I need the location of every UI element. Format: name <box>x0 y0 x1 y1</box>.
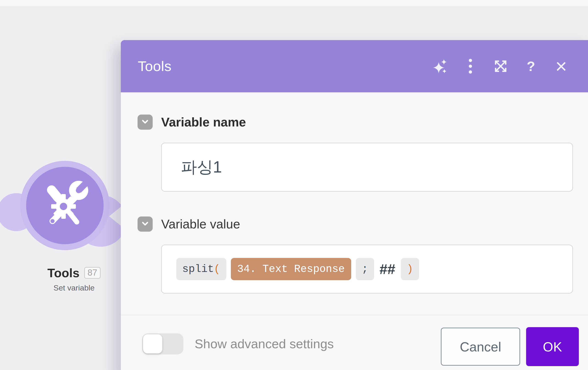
variable-name-collapse-button[interactable] <box>137 114 153 130</box>
function-split-pill[interactable]: split( <box>176 258 226 280</box>
show-advanced-settings-label: Show advanced settings <box>195 333 334 354</box>
dialog-header: Tools <box>121 40 588 92</box>
footer-divider <box>121 315 588 315</box>
tools-module-node[interactable] <box>26 167 104 244</box>
dialog-title: Tools <box>138 40 171 92</box>
variable-name-label: Variable name <box>161 114 246 130</box>
help-icon[interactable]: ? <box>523 55 539 78</box>
tools-wrench-screwdriver-icon <box>37 177 92 234</box>
ok-button[interactable]: OK <box>526 327 579 366</box>
dialog-header-icons: ? × <box>432 40 569 92</box>
variable-name-value: 파싱1 <box>181 156 222 178</box>
variable-value-label: Variable value <box>161 216 240 232</box>
variable-value-formula-input[interactable]: split( 34. Text Response ; ## ) <box>161 245 573 293</box>
module-label-row: Tools 87 <box>36 266 113 280</box>
toggle-knob <box>143 334 162 353</box>
module-sublabel: Set variable <box>36 283 113 292</box>
module-id-badge: 87 <box>84 267 101 279</box>
chevron-down-icon <box>140 219 150 230</box>
module-settings-dialog: Tools <box>121 40 588 370</box>
canvas-top-strip <box>0 0 588 6</box>
close-icon[interactable]: × <box>553 55 569 78</box>
separator-pill[interactable]: ; <box>356 258 374 280</box>
kebab-menu-icon[interactable] <box>462 55 479 78</box>
variable-name-input[interactable]: 파싱1 <box>161 143 573 192</box>
expand-icon[interactable] <box>493 55 509 78</box>
chevron-down-icon <box>140 117 150 128</box>
cancel-button[interactable]: Cancel <box>441 328 520 366</box>
open-paren: ( <box>214 263 220 275</box>
show-advanced-settings-toggle[interactable] <box>142 333 183 354</box>
close-paren-pill[interactable]: ) <box>401 258 419 280</box>
scenario-canvas: Tools 87 Set variable Tools <box>0 0 588 370</box>
module-label: Tools <box>47 266 80 280</box>
function-name: split <box>182 263 214 275</box>
ai-sparkles-icon[interactable] <box>432 55 448 78</box>
literal-value[interactable]: ## <box>380 261 395 277</box>
variable-value-collapse-button[interactable] <box>137 216 153 232</box>
mapped-token-pill[interactable]: 34. Text Response <box>231 258 351 280</box>
